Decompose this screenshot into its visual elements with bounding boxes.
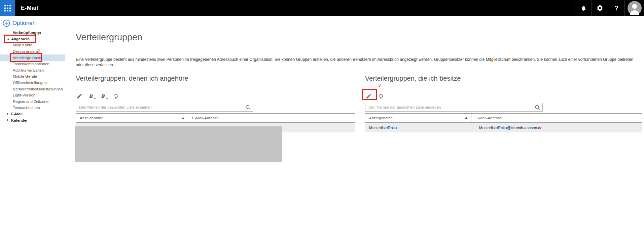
refresh-button[interactable] <box>377 93 385 99</box>
sidebar-item-allgemein[interactable]: Allgemein <box>0 36 65 42</box>
sidebar-item-email[interactable]: E-Mail <box>0 111 65 117</box>
sidebar-item-add-ins-verwalten[interactable]: Add-Ins verwalten <box>0 67 65 74</box>
sidebar-item-design-aendern[interactable]: Design ändern <box>0 48 65 55</box>
cell-display-name: MusterlisteDoku <box>365 123 475 132</box>
member-groups-search-input[interactable] <box>76 103 253 111</box>
owner-groups-toolbar <box>365 93 642 99</box>
account-menu-button[interactable] <box>624 0 644 16</box>
sidebar-item-tastenkombinationen[interactable]: Tastenkombinationen <box>0 61 65 67</box>
chevron-collapsed-icon <box>7 113 8 115</box>
refresh-icon <box>113 93 119 99</box>
owner-groups-search-input[interactable] <box>365 103 542 111</box>
sidebar-item-offlineeinstellungen[interactable]: Offlineeinstellungen <box>0 80 65 86</box>
minus-sign-icon: − <box>106 96 108 101</box>
help-button[interactable]: ? <box>608 0 624 16</box>
back-link-label: Optionen <box>12 20 36 27</box>
sort-ascending-icon <box>182 117 184 119</box>
app-launcher-button[interactable] <box>0 0 15 16</box>
chevron-collapsed-icon <box>7 119 8 121</box>
sidebar-item-verteilergruppen[interactable]: Verteilergruppen <box>0 54 65 61</box>
app-title: E-Mail <box>21 0 38 16</box>
back-to-options-link[interactable]: Optionen <box>3 19 36 27</box>
search-icon[interactable] <box>245 105 251 110</box>
top-bar: E-Mail ? <box>0 0 644 16</box>
sidebar-item-kalender[interactable]: Kalender <box>0 117 65 123</box>
annotation-number-1: 1 <box>37 31 40 36</box>
member-groups-searchbox <box>76 103 253 112</box>
member-groups-heading: Verteilergruppen, denen ich angehöre <box>76 75 355 82</box>
settings-button[interactable] <box>592 0 608 16</box>
column-header-anzeigename[interactable]: Anzeigename <box>365 114 471 122</box>
page-title: Verteilergruppen <box>76 32 142 43</box>
sort-ascending-icon <box>465 117 468 119</box>
sidebar-item-mein-konto[interactable]: Mein Konto <box>0 42 65 48</box>
sidebar-item-textnachrichten[interactable]: Textnachrichten <box>0 105 65 111</box>
back-arrow-icon <box>3 19 10 27</box>
avatar <box>628 1 642 15</box>
gear-icon <box>597 5 603 11</box>
table-header-row: Anzeigename E-Mail-Adresse <box>76 113 355 123</box>
plus-sign-icon: + <box>94 96 96 101</box>
redacted-region <box>75 126 282 162</box>
edit-owned-group-button[interactable] <box>365 93 372 99</box>
sidebar-item-region-und-zeitzone[interactable]: Region und Zeitzone <box>0 98 65 105</box>
leave-group-button[interactable]: − <box>100 93 107 99</box>
column-header-email-adresse[interactable]: E-Mail-Adresse <box>471 114 642 122</box>
question-mark-icon: ? <box>614 4 618 12</box>
refresh-button[interactable] <box>112 93 119 99</box>
member-groups-panel: Verteilergruppen, denen ich angehöre + <box>76 75 355 132</box>
table-row-musterlistedoku[interactable]: MusterlisteDoku MusterlisteDoku@itc.rwth… <box>365 123 642 132</box>
owner-groups-searchbox <box>365 103 543 112</box>
member-groups-toolbar: + − <box>76 93 355 99</box>
join-group-button[interactable]: + <box>88 93 95 99</box>
column-header-anzeigename[interactable]: Anzeigename <box>76 114 188 122</box>
search-icon[interactable] <box>535 105 540 110</box>
column-header-email-adresse[interactable]: E-Mail-Adresse <box>188 114 355 122</box>
chevron-expanded-icon <box>7 38 9 40</box>
owner-groups-heading: Verteilergruppen, die ich besitze <box>365 75 642 82</box>
bell-icon <box>580 5 587 11</box>
cell-email: MusterlisteDoku@itc.rwth-aachen.de <box>475 123 542 132</box>
waffle-icon <box>4 5 11 11</box>
page-description: Eine Verteilergruppe besteht aus mindest… <box>76 57 642 68</box>
sidebar-item-barrierefreiheitseinstellungen[interactable]: Barrierefreiheitseinstellungen <box>0 86 65 92</box>
content-divider <box>65 30 65 241</box>
pencil-icon <box>366 93 372 99</box>
annotation-number-3: 3 <box>378 83 381 88</box>
options-sidebar: Verknüpfungen Allgemein Mein Konto Desig… <box>0 30 65 241</box>
sidebar-item-light-version[interactable]: Light-Version <box>0 92 65 98</box>
edit-group-button[interactable] <box>76 93 83 99</box>
notifications-button[interactable] <box>575 0 592 16</box>
pencil-icon <box>76 93 82 99</box>
annotation-number-2: 2 <box>37 48 40 53</box>
sidebar-item-mobile-geraete[interactable]: Mobile Geräte <box>0 73 65 80</box>
owner-groups-panel: Verteilergruppen, die ich besitze <box>365 75 642 132</box>
refresh-icon <box>378 93 384 99</box>
owner-groups-table: Anzeigename E-Mail-Adresse MusterlisteDo… <box>365 113 642 132</box>
table-header-row: Anzeigename E-Mail-Adresse <box>365 113 642 123</box>
sidebar-item-verknuepfungen[interactable]: Verknüpfungen <box>0 30 65 36</box>
